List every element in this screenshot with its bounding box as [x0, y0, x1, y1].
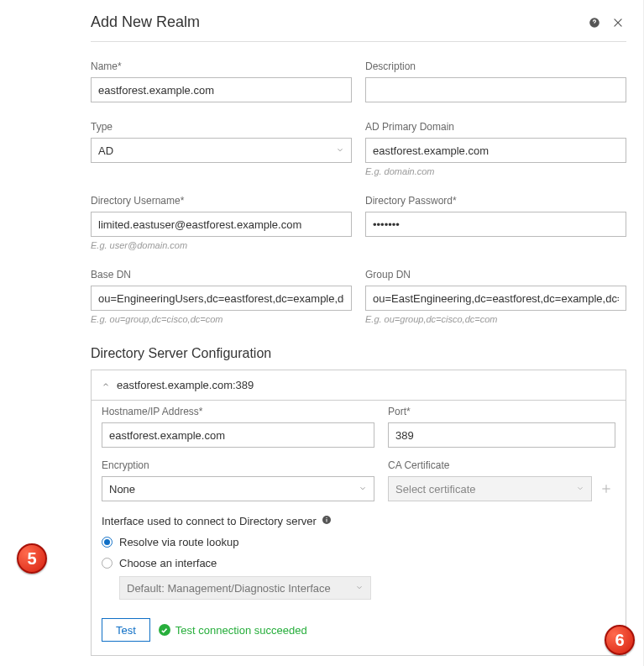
field-hostname: Hostname/IP Address*	[102, 406, 374, 448]
label-type: Type	[91, 121, 352, 133]
field-dir-password: Directory Password*	[365, 195, 626, 250]
field-dir-username: Directory Username* E.g. user@domain.com	[91, 195, 352, 250]
radio-resolve-route[interactable]: Resolve via route lookup	[102, 536, 615, 548]
label-dir-username: Directory Username*	[91, 195, 352, 207]
group-dn-input[interactable]	[365, 286, 626, 311]
chevron-down-icon	[336, 144, 344, 157]
add-realm-modal: Add New Realm Name*	[74, 0, 643, 666]
test-status: Test connection succeeded	[159, 624, 307, 637]
interface-select-value: Default: Management/Diagnostic Interface	[127, 582, 331, 595]
test-status-text: Test connection succeeded	[175, 624, 307, 637]
label-dir-password: Directory Password*	[365, 195, 626, 207]
ca-cert-placeholder: Select certificate	[395, 483, 475, 496]
label-description: Description	[365, 60, 626, 72]
close-icon[interactable]	[610, 14, 626, 31]
chevron-down-icon	[359, 483, 367, 496]
radio-icon-selected	[102, 537, 113, 548]
dir-password-input[interactable]	[365, 212, 626, 237]
ad-primary-domain-input[interactable]	[365, 138, 626, 163]
field-type: Type AD	[91, 121, 352, 176]
chevron-down-icon	[355, 582, 364, 595]
encryption-select[interactable]: None	[102, 476, 374, 501]
chevron-up-icon	[102, 379, 110, 391]
interface-select[interactable]: Default: Management/Diagnostic Interface	[119, 576, 371, 600]
field-group-dn: Group DN E.g. ou=group,dc=cisco,dc=com	[365, 269, 626, 324]
base-dn-input[interactable]	[91, 286, 352, 311]
label-ad-primary-domain: AD Primary Domain	[365, 121, 626, 133]
hint-base-dn: E.g. ou=group,dc=cisco,dc=com	[91, 314, 352, 324]
label-hostname: Hostname/IP Address*	[102, 406, 374, 417]
name-input[interactable]	[91, 77, 352, 102]
field-name: Name*	[91, 60, 352, 102]
radio-resolve-label: Resolve via route lookup	[119, 536, 238, 548]
radio-icon-unselected	[102, 558, 113, 569]
hint-dir-username: E.g. user@domain.com	[91, 240, 352, 250]
directory-panel: eastforest.example.com:389 Hostname/IP A…	[91, 370, 626, 656]
label-encryption: Encryption	[102, 459, 374, 471]
chevron-down-icon	[576, 483, 584, 496]
field-base-dn: Base DN E.g. ou=group,dc=cisco,dc=com	[91, 269, 352, 324]
field-port: Port*	[388, 406, 615, 448]
encryption-select-value: None	[109, 483, 135, 496]
help-icon[interactable]	[586, 14, 603, 31]
callout-6: 6	[605, 625, 635, 655]
radio-choose-label: Choose an interface	[119, 557, 217, 569]
test-row: Test Test connection succeeded	[102, 618, 615, 642]
label-port: Port*	[388, 406, 615, 417]
type-select-value: AD	[98, 144, 113, 157]
label-ca-cert: CA Certificate	[388, 459, 615, 471]
radio-choose-interface[interactable]: Choose an interface	[102, 557, 615, 569]
field-ca-cert: CA Certificate Select certificate	[388, 459, 615, 501]
panel-title: eastforest.example.com:389	[117, 379, 254, 391]
type-select[interactable]: AD	[91, 138, 352, 163]
hint-ad-primary-domain: E.g. domain.com	[365, 166, 626, 176]
callout-5: 5	[17, 543, 47, 574]
panel-toggle[interactable]: eastforest.example.com:389	[92, 370, 626, 400]
field-description: Description	[365, 60, 626, 102]
label-group-dn: Group DN	[365, 269, 626, 281]
hint-group-dn: E.g. ou=group,dc=cisco,dc=com	[365, 314, 626, 324]
modal-header: Add New Realm	[74, 0, 643, 41]
directory-section-title: Directory Server Configuration	[91, 346, 626, 361]
add-ca-cert-button[interactable]	[597, 483, 615, 495]
modal-title: Add New Realm	[91, 13, 579, 31]
divider	[91, 41, 626, 42]
svg-rect-7	[326, 519, 327, 522]
ca-cert-select[interactable]: Select certificate	[388, 476, 592, 501]
label-name: Name*	[91, 60, 352, 72]
port-input[interactable]	[388, 422, 615, 448]
description-input[interactable]	[365, 77, 626, 102]
interface-label: Interface used to connect to Directory s…	[102, 515, 615, 527]
label-base-dn: Base DN	[91, 269, 352, 281]
field-ad-primary-domain: AD Primary Domain E.g. domain.com	[365, 121, 626, 176]
svg-point-1	[594, 24, 594, 25]
dir-username-input[interactable]	[91, 212, 352, 237]
panel-body: Hostname/IP Address* Port* Encryption	[92, 400, 626, 655]
interface-label-text: Interface used to connect to Directory s…	[102, 515, 317, 527]
field-encryption: Encryption None	[102, 459, 374, 501]
test-button[interactable]: Test	[102, 618, 150, 642]
modal-body: Name* Description Type AD	[74, 60, 643, 666]
svg-rect-8	[326, 517, 327, 518]
check-circle-icon	[159, 624, 170, 636]
hostname-input[interactable]	[102, 422, 374, 448]
info-icon	[322, 515, 332, 527]
